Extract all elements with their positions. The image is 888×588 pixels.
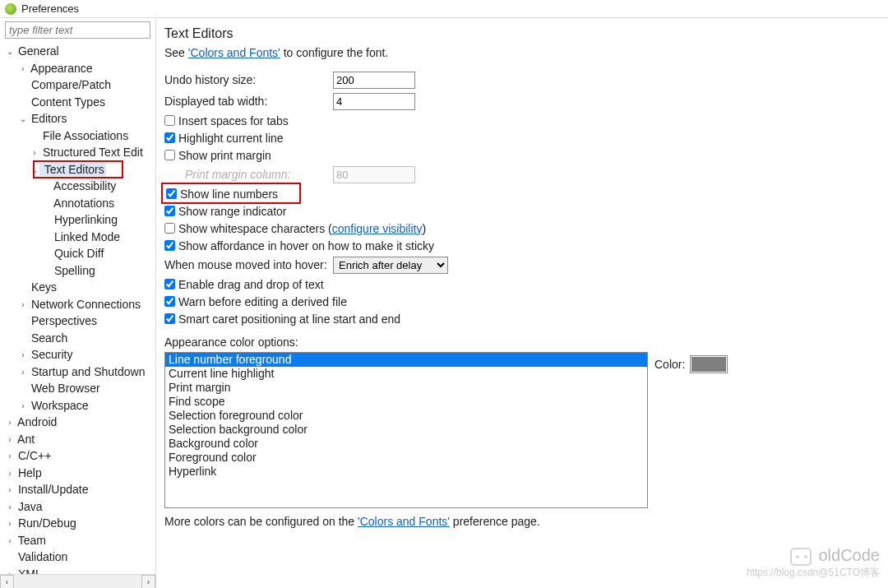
tree-item-label: Install/Update [15,483,89,496]
enable-dnd-label: Enable drag and drop of text [178,278,324,291]
highlight-line-checkbox[interactable] [164,132,175,143]
warn-derived-checkbox[interactable] [164,296,175,307]
enable-dnd-checkbox[interactable] [164,279,175,289]
tree-item-ant[interactable]: › Ant [2,432,155,449]
tree-item-label: Annotations [51,197,114,210]
tree-item-keys[interactable]: › Keys [2,280,155,297]
window-title: Preferences [21,2,79,15]
twisty-expanded-icon[interactable]: ⌄ [5,44,15,60]
tree-item-startup[interactable]: › Startup and Shutdown [2,364,155,382]
tree-item-android[interactable]: › Android [2,414,155,432]
color-swatch-button[interactable] [690,355,728,373]
hover-select[interactable]: Enrich after delay [333,257,448,274]
colors-fonts-link-top[interactable]: 'Colors and Fonts' [188,46,280,59]
twisty-collapsed-icon[interactable]: › [18,347,28,363]
show-range-checkbox[interactable] [164,206,175,216]
tree-item-spelling[interactable]: › Spelling [2,263,155,280]
twisty-collapsed-icon[interactable]: › [5,482,15,498]
tree-item-linkedmode[interactable]: › Linked Mode [2,229,155,247]
tree-item-network[interactable]: › Network Connections [2,297,155,314]
tree-item-general[interactable]: ⌄ General [2,44,155,61]
tree-item-security[interactable]: › Security [2,347,155,364]
tree-item-label: Structured Text Edit [39,146,143,159]
tree-item-help[interactable]: › Help [2,465,155,483]
twisty-expanded-icon[interactable]: ⌄ [18,111,28,127]
show-print-margin-checkbox[interactable] [164,150,175,160]
tree-item-label: File Associations [39,129,128,142]
tree-item-label: Ant [15,433,35,446]
twisty-collapsed-icon[interactable]: › [18,61,28,77]
color-option-item[interactable]: Selection foreground color [165,409,647,423]
intro-suffix: to configure the font. [280,46,389,59]
color-option-item[interactable]: Find scope [165,395,647,409]
twisty-collapsed-icon[interactable]: › [18,398,28,414]
color-option-item[interactable]: Background color [165,437,647,451]
insert-spaces-row: Insert spaces for tabs [164,112,880,129]
twisty-collapsed-icon[interactable]: › [5,516,15,532]
twisty-collapsed-icon[interactable]: › [5,414,15,431]
filter-input[interactable] [5,21,150,39]
smart-caret-checkbox[interactable] [164,313,175,324]
twisty-collapsed-icon[interactable]: › [5,465,15,482]
tree-item-ccpp[interactable]: › C/C++ [2,448,155,465]
scroll-right-button[interactable]: › [141,575,155,589]
twisty-collapsed-icon[interactable]: › [30,145,39,161]
tree-item-validation[interactable]: › Validation [2,549,155,567]
twisty-collapsed-icon[interactable]: › [5,448,15,465]
tree-item-texteditors[interactable]: ⌄ Text Editors [2,162,155,179]
tree-item-structured[interactable]: › Structured Text Edit [2,145,155,162]
color-option-item[interactable]: Print margin [165,381,647,395]
color-option-item[interactable]: Current line highlight [165,367,647,381]
tree-item-quickdiff[interactable]: › Quick Diff [2,246,155,263]
tree-item-fileassoc[interactable]: › File Associations [2,128,155,146]
color-picker-area: Color: [654,352,728,373]
tree-item-search[interactable]: › Search [2,331,155,348]
tree-item-java[interactable]: › Java [2,499,155,516]
undo-history-input[interactable] [333,72,415,89]
tab-width-label: Displayed tab width: [164,95,333,108]
color-option-item[interactable]: Foreground color [165,451,647,465]
tree-item-label: Perspectives [28,314,97,327]
preference-tree[interactable]: ⌄ General› Appearance› Compare/Patch› Co… [0,42,155,585]
tree-item-team[interactable]: › Team [2,533,155,550]
show-whitespace-checkbox[interactable] [164,223,175,234]
twisty-collapsed-icon[interactable]: › [18,297,28,313]
tab-width-input[interactable] [333,93,415,110]
tree-item-annotations[interactable]: › Annotations [2,196,155,213]
tree-item-accessibility[interactable]: › Accessibility [2,178,155,196]
scroll-left-button[interactable]: ‹ [0,575,14,589]
tree-item-install[interactable]: › Install/Update [2,482,155,499]
tree-item-hyperlinking[interactable]: › Hyperlinking [2,212,155,229]
configure-visibility-link[interactable]: configure visibility [332,222,423,235]
color-option-item[interactable]: Line number foreground [165,353,647,367]
show-line-numbers-checkbox[interactable] [166,188,177,199]
watermark: oldCode https://blog.csdn@51CTO博客 [747,546,880,580]
twisty-collapsed-icon[interactable]: › [5,533,15,549]
smart-caret-row: Smart caret positioning at line start an… [164,310,880,327]
tree-item-rundebug[interactable]: › Run/Debug [2,516,155,533]
tree-item-editors[interactable]: ⌄ Editors [2,111,155,128]
twisty-collapsed-icon[interactable]: › [5,432,15,448]
twisty-expanded-icon[interactable]: ⌄ [30,162,39,178]
tree-item-label: Security [28,348,72,361]
show-affordance-checkbox[interactable] [164,240,175,251]
tree-item-appearance[interactable]: › Appearance [2,61,155,78]
sidebar: ⌄ General› Appearance› Compare/Patch› Co… [0,18,156,588]
appearance-color-listbox[interactable]: Line number foregroundCurrent line highl… [164,352,648,508]
color-option-item[interactable]: Hyperlink [165,465,647,479]
tree-item-perspectives[interactable]: › Perspectives [2,313,155,331]
insert-spaces-checkbox[interactable] [164,115,175,126]
show-line-numbers-row: Show line numbers [164,185,880,202]
tree-item-label: Linked Mode [51,230,120,243]
tree-item-compare[interactable]: › Compare/Patch [2,77,155,95]
show-whitespace-row: Show whitespace characters (configure vi… [164,220,880,237]
tree-horizontal-scrollbar[interactable]: ‹ › [0,574,155,588]
color-option-item[interactable]: Selection background color [165,423,647,437]
tree-item-workspace[interactable]: › Workspace [2,398,155,415]
tree-item-contenttypes[interactable]: › Content Types [2,95,155,112]
twisty-collapsed-icon[interactable]: › [5,499,15,516]
insert-spaces-label: Insert spaces for tabs [178,114,289,127]
twisty-collapsed-icon[interactable]: › [18,364,28,381]
tree-item-webbrowser[interactable]: › Web Browser [2,381,155,398]
colors-fonts-link-bottom[interactable]: 'Colors and Fonts' [358,515,450,528]
